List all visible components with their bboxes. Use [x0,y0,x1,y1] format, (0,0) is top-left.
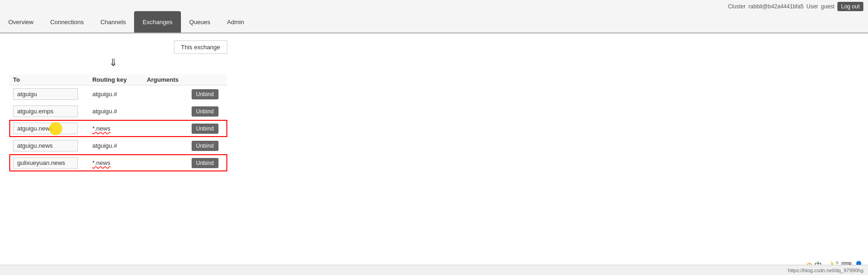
unbind-button[interactable]: Unbind [192,141,219,151]
nav-tab-connections[interactable]: Connections [42,11,92,33]
to-field: atguigu.emps [13,105,78,117]
table-row: atguigu.news*.newsUnbind [9,120,227,137]
table-row: atguigu.empsatguigu.#Unbind [9,103,227,120]
arguments-cell [143,137,187,154]
cluster-label: Cluster [728,3,746,10]
arguments-cell [143,154,187,171]
col-arguments: Arguments [143,74,187,85]
table-row: atguiguatguigu.#Unbind [9,85,227,103]
to-field: atguigu.news [13,123,78,134]
col-to: To [9,74,89,85]
arrow-down: ⇓ [109,57,859,69]
to-field: atguigu [13,88,78,100]
exchange-label-box: This exchange [90,40,859,55]
nav-tabs: OverviewConnectionsChannelsExchangesQueu… [0,11,868,33]
arguments-cell [143,103,187,120]
exchange-label-text: This exchange [174,40,227,54]
nav-tab-channels[interactable]: Channels [92,11,134,33]
routing-key-value: atguigu.# [92,108,117,115]
bindings-table: To Routing key Arguments atguiguatguigu.… [9,74,227,171]
to-field: gulixueyuan.news [13,157,78,169]
nav-tab-overview[interactable]: Overview [0,11,42,33]
cluster-user-bar: Cluster rabbit@b42a4441bfa5 User guest L… [0,0,868,11]
unbind-button[interactable]: Unbind [192,158,219,168]
col-action [188,74,227,85]
top-nav-wrapper: Cluster rabbit@b42a4441bfa5 User guest L… [0,0,868,33]
logout-button[interactable]: Log out [837,2,863,11]
cluster-value: rabbit@b42a4441bfa5 [748,3,804,10]
user-name: guest [821,3,835,10]
to-field: atguigu.news [13,140,78,151]
table-header-row: To Routing key Arguments [9,74,227,85]
unbind-button[interactable]: Unbind [192,106,219,117]
routing-key-value: atguigu.# [92,91,117,98]
table-row: atguigu.newsatguigu.#Unbind [9,137,227,154]
arguments-cell [143,120,187,137]
routing-key-value: *.news [92,159,110,166]
col-routing-key: Routing key [89,74,143,85]
yellow-circle-annotation [49,122,62,135]
unbind-button[interactable]: Unbind [192,124,219,134]
routing-key-value: atguigu.# [92,142,117,149]
arguments-cell [143,85,187,103]
unbind-button[interactable]: Unbind [192,89,219,99]
nav-tab-queues[interactable]: Queues [181,11,219,33]
table-row: gulixueyuan.news*.newsUnbind [9,154,227,171]
nav-tab-admin[interactable]: Admin [219,11,252,33]
nav-tab-exchanges[interactable]: Exchanges [134,11,180,33]
content-area: This exchange ⇓ To Routing key Arguments… [0,33,868,178]
user-label: User [806,3,818,10]
routing-key-value: *.news [92,125,110,132]
